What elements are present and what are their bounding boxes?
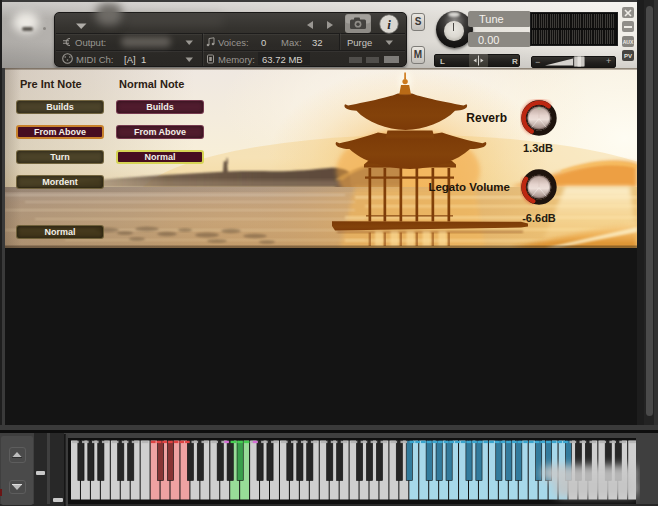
svg-text:i: i — [387, 17, 391, 32]
